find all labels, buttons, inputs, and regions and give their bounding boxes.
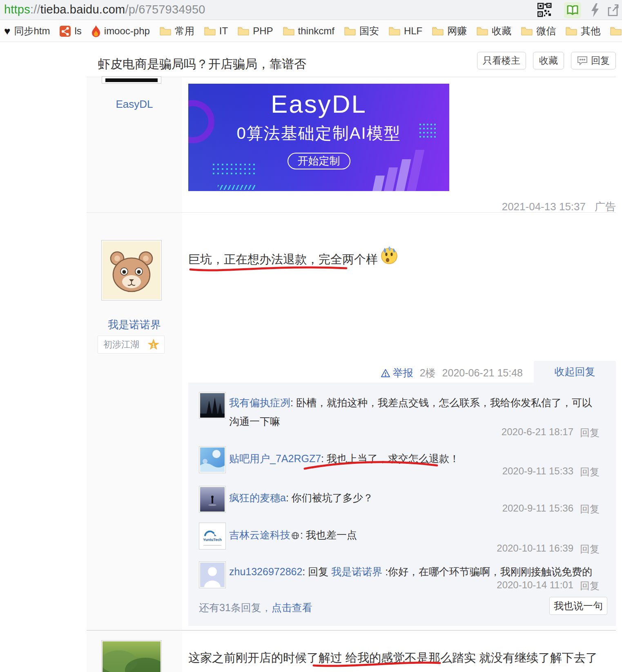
banner-dots-decoration	[213, 164, 259, 177]
ad-meta: 2021-04-13 15:37广告	[502, 200, 616, 214]
bookmarks-bar: ♥同步htm ls imooc-php 常用 IT PHP thinkcmf 国…	[0, 20, 622, 42]
folder-icon	[204, 27, 216, 36]
share-export-icon[interactable]	[607, 4, 620, 18]
reply-username[interactable]: 吉林云途科技	[229, 529, 290, 541]
collapse-replies-tab[interactable]: 收起回复	[534, 361, 616, 383]
reply-avatar[interactable]: YuntuTech	[199, 523, 226, 550]
bookmark-item[interactable]: 收藏	[477, 24, 511, 38]
bookmark-item[interactable]: ♥同步htm	[4, 24, 50, 38]
reply-button[interactable]: 回复	[571, 52, 616, 69]
bookmark-item[interactable]: 微信	[521, 24, 556, 38]
reply-time-row: 2020-10-11 16:39回复	[497, 543, 600, 556]
bookmark-item[interactable]: PHP	[238, 25, 273, 37]
thread-title: 虾皮电商是骗局吗？开店骗局，靠谱否	[98, 56, 306, 73]
level-number: 1	[152, 338, 155, 353]
reply-action-link[interactable]: 回复	[580, 503, 600, 516]
qr-code-icon[interactable]	[537, 3, 552, 19]
ad-banner[interactable]: EasyDL 0算法基础定制AI模型 开始定制	[188, 84, 449, 191]
heart-icon: ♥	[4, 26, 10, 36]
say-something-button[interactable]: 我也说一句	[549, 597, 607, 615]
ad-avatar[interactable]	[102, 76, 161, 84]
level-star-icon: ★1	[147, 337, 160, 352]
reply-time-row: 2020-6-21 18:17回复	[502, 426, 600, 439]
speech-bubble-icon	[577, 56, 588, 65]
reply-username[interactable]: 疯狂的麦穗a	[229, 492, 286, 503]
folder-icon	[521, 27, 533, 36]
bookmark-item[interactable]: 国安	[344, 24, 379, 38]
next-author-avatar[interactable]	[101, 640, 162, 672]
next-post-content: 这家之前刚开店的时候了解过 给我的感觉不是那么踏实 就没有继续了解下去了	[188, 650, 597, 666]
reply-username[interactable]: zhu1326972862	[229, 566, 302, 577]
banner-cta-button[interactable]: 开始定制	[288, 153, 350, 169]
bear-avatar-image	[103, 241, 161, 299]
reply-avatar[interactable]	[199, 446, 226, 473]
reply-time: 2020-9-11 15:36	[502, 503, 573, 516]
reply-time: 2020-6-21 18:17	[502, 426, 573, 439]
folder-icon	[389, 27, 400, 36]
bookmark-item[interactable]: imooc-php	[91, 25, 150, 37]
post-time: 2020-06-21 15:48	[442, 367, 523, 379]
url-domain: tieba.baidu.com	[40, 3, 125, 16]
forest-avatar-image	[200, 393, 225, 418]
flame-icon	[91, 25, 100, 37]
reply-action-link[interactable]: 回复	[580, 543, 600, 556]
reply-text: 我有偏执症冽: 卧槽，就拍这种，我差点交钱，怎么联系，我给你发私信了，可以沟通一…	[229, 393, 599, 431]
reply-avatar[interactable]	[199, 561, 226, 588]
post-author-name[interactable]: 我是诺诺界	[87, 318, 182, 332]
reply-time-row: 2020-10-14 11:01回复	[497, 579, 600, 592]
reply-action-link[interactable]: 回复	[580, 465, 600, 478]
bookmark-item[interactable]: thinkcmf	[283, 25, 334, 37]
reply-action-link[interactable]: 回复	[580, 426, 600, 439]
reply-time-row: 2020-9-11 15:33回复	[502, 465, 600, 478]
report-link[interactable]: 举报	[381, 366, 413, 380]
mention-link[interactable]: 我是诺诺界	[331, 566, 382, 577]
bookmark-item[interactable]: HLF	[389, 25, 422, 37]
more-replies-row: 还有31条回复，点击查看	[199, 601, 312, 614]
bookmark-item[interactable]: ls	[60, 25, 81, 37]
url-separator: ://	[30, 3, 40, 16]
globe-badge-icon	[291, 532, 299, 540]
only-op-button[interactable]: 只看楼主	[477, 52, 526, 69]
url-scheme: https	[4, 3, 30, 16]
bookmark-item[interactable]: IT	[204, 25, 228, 37]
reply-username[interactable]: 贴吧用户_7A2RGZ7	[229, 453, 321, 464]
folder-icon	[566, 27, 577, 36]
url-text[interactable]: https://tieba.baidu.com/p/6757934950	[4, 3, 205, 16]
reader-mode-icon[interactable]	[564, 2, 581, 18]
ad-author-column	[87, 77, 182, 212]
reply-text: zhu1326972862: 回复 我是诺诺界 :你好，在哪个环节骗啊，我刚刚接…	[229, 562, 599, 581]
bookmark-item[interactable]: 日化	[610, 24, 622, 38]
reply-username[interactable]: 我有偏执症冽	[229, 397, 290, 408]
default-user-avatar-image	[200, 563, 225, 587]
folder-icon	[160, 27, 171, 36]
ad-time: 2021-04-13 15:37	[502, 200, 586, 213]
folder-icon	[477, 27, 488, 36]
banner-title: EasyDL	[188, 89, 449, 118]
folder-icon	[283, 27, 294, 36]
folder-icon	[610, 27, 622, 36]
reply-time: 2020-10-11 16:39	[497, 543, 573, 556]
badge-title: 初涉江湖	[103, 338, 139, 351]
lightning-icon[interactable]	[591, 3, 600, 19]
svg-text:YuntuTech: YuntuTech	[203, 538, 221, 542]
bookmark-item[interactable]: 常用	[160, 24, 194, 38]
reply-action-link[interactable]: 回复	[580, 579, 600, 592]
warning-triangle-icon	[381, 369, 390, 378]
post-author-avatar[interactable]	[101, 240, 162, 300]
more-replies-count: 还有31条回复，	[199, 602, 272, 613]
view-more-link[interactable]: 点击查看	[272, 602, 312, 613]
browser-address-bar: https://tieba.baidu.com/p/6757934950	[0, 0, 622, 20]
reply-avatar[interactable]	[199, 392, 226, 419]
ad-author-name[interactable]: EasyDL	[87, 98, 182, 111]
author-level-badge[interactable]: 初涉江湖 ★1	[98, 336, 165, 354]
floor-number: 2楼	[420, 366, 436, 380]
bookmark-item[interactable]: 网赚	[432, 24, 467, 38]
reply-avatar[interactable]	[199, 486, 226, 513]
url-path: /p/6757934950	[125, 3, 205, 16]
folder-icon	[344, 27, 356, 36]
favorite-button[interactable]: 收藏	[533, 52, 564, 69]
bookmark-item[interactable]: 其他	[566, 24, 600, 38]
post-meta-row: 举报 2楼 2020-06-21 15:48	[381, 366, 523, 380]
reply-text: 吉林云途科技: 我也差一点	[229, 525, 599, 544]
reply-time-row: 2020-9-11 15:36回复	[502, 503, 600, 516]
